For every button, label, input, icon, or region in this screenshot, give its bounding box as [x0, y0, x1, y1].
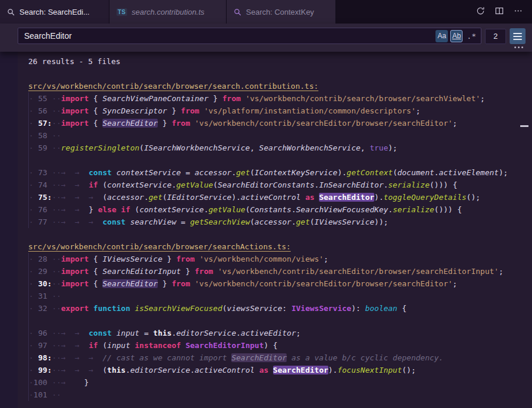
- refresh-button[interactable]: [472, 4, 488, 20]
- code-line[interactable]: · 99:··→ → → (this.editorService.activeC…: [29, 364, 532, 376]
- whitespace-dots: ·: [29, 366, 34, 374]
- whitespace-dots: ··: [52, 143, 61, 152]
- toggle-context-lines-button[interactable]: [510, 28, 526, 44]
- code-line[interactable]: · 74 ··→ → if (contextService.getValue(S…: [29, 179, 532, 191]
- code-line[interactable]: · 75:··→ → → (accessor.get(IEditorServic…: [29, 191, 532, 203]
- search-editor-window: Search: SearchEdi...TSsearch.contributio…: [0, 0, 532, 408]
- whitespace-dots: ·: [29, 304, 34, 313]
- line-number: 30:: [34, 279, 52, 288]
- regex-toggle[interactable]: .*: [465, 30, 478, 42]
- list-lines-icon: [513, 33, 522, 34]
- tab-search-searchedi[interactable]: Search: SearchEdi...: [0, 0, 109, 24]
- whitespace-dots: ·: [29, 267, 34, 276]
- tab-search-contextkey[interactable]: Search: ContextKey: [227, 0, 336, 24]
- code-line[interactable]: ·100 ··→ }: [29, 376, 532, 389]
- whitespace-dots: ··: [52, 193, 61, 202]
- search-match-highlight: SearchEditor: [102, 119, 158, 128]
- whitespace-dots: ·: [29, 143, 34, 152]
- blank-line: [28, 68, 532, 80]
- whitespace-dots: ·: [29, 131, 34, 140]
- whitespace-dots: ·: [29, 255, 34, 263]
- code-line[interactable]: · 28 ··import { IViewsService } from 'vs…: [29, 253, 532, 265]
- line-number: 100: [34, 378, 52, 387]
- code-line[interactable]: · 55 ··import { SearchViewPaneContainer …: [29, 92, 532, 105]
- line-number: 74: [34, 180, 52, 189]
- code-line[interactable]: · 56 ··import { SyncDescriptor } from 'v…: [29, 105, 532, 117]
- tab-label: Search: ContextKey: [246, 8, 314, 16]
- code-line[interactable]: ·101 ··: [29, 389, 532, 401]
- whitespace-dots: ··: [52, 218, 61, 226]
- code-line[interactable]: · 98:··→ → → // cast as we cannot import…: [29, 352, 532, 364]
- whitespace-dots: ·: [29, 341, 34, 350]
- code-line[interactable]: · 97 ··→ → if (input instanceof SearchEd…: [29, 339, 532, 352]
- code-line[interactable]: · 77 ··→ → → const searchView = getSearc…: [29, 216, 532, 228]
- blank-line: [28, 228, 532, 240]
- whitespace-dots: ··: [52, 94, 61, 103]
- file-link[interactable]: src/vs/workbench/contrib/search/browser/…: [28, 82, 318, 91]
- whitespace-dots: ··: [52, 180, 61, 189]
- overview-ruler-marker: [520, 125, 528, 127]
- more-button[interactable]: [510, 4, 526, 20]
- search-icon: [234, 8, 241, 16]
- code-line[interactable]: · 58 ··: [29, 129, 532, 142]
- results-content: 26 results - 5 files src/vs/workbench/co…: [28, 55, 532, 401]
- code-line[interactable]: · 31 ··: [29, 290, 532, 302]
- code-line[interactable]: · 59 ··registerSingleton(ISearchWorkbenc…: [29, 142, 532, 154]
- code-line[interactable]: · 76 ··→ → } else if (contextService.get…: [29, 203, 532, 216]
- whitespace-dots: ·: [29, 168, 34, 177]
- search-match-highlight: SearchEditor: [273, 366, 328, 374]
- match-case-toggle[interactable]: Aa: [435, 30, 448, 42]
- whitespace-dots: ··: [52, 255, 61, 263]
- file-link[interactable]: src/vs/workbench/contrib/search/browser/…: [28, 242, 291, 252]
- line-number: 28: [34, 255, 52, 263]
- line-number: 55: [34, 94, 52, 103]
- whitespace-dots: ·: [29, 353, 34, 362]
- editor-margin: [0, 52, 18, 408]
- whitespace-dots: ·: [29, 106, 34, 115]
- context-lines-input[interactable]: 2: [485, 29, 506, 44]
- whitespace-dots: ··: [52, 292, 61, 300]
- code-line[interactable]: · 30:··import { SearchEditor } from 'vs/…: [29, 277, 532, 290]
- result-block: · 55 ··import { SearchViewPaneContainer …: [28, 92, 532, 228]
- whitespace-dots: ·: [29, 218, 34, 226]
- toggle-search-details-button[interactable]: [514, 44, 523, 50]
- regex-icon: .*: [467, 32, 476, 41]
- search-query-text: SearchEditor: [24, 31, 435, 41]
- whitespace-dots: ·: [29, 119, 34, 128]
- whitespace-dots: ··: [52, 267, 61, 276]
- code-line[interactable]: · 29 ··import { SearchEditorInput } from…: [29, 265, 532, 277]
- whitespace-dots: ·: [29, 193, 34, 202]
- block-separator: [29, 315, 532, 327]
- whitespace-dots: ··: [52, 119, 61, 128]
- whitespace-dots: ·: [29, 292, 34, 300]
- code-line[interactable]: · 73 ··→ → const contextService = access…: [29, 166, 532, 179]
- line-number: 76: [34, 205, 52, 214]
- whitespace-dots: ··: [52, 366, 61, 374]
- tab-label: Search: SearchEdi...: [19, 8, 89, 16]
- line-number: 77: [34, 218, 52, 226]
- whitespace-dots: ·: [29, 329, 34, 337]
- line-number: 75:: [34, 193, 52, 202]
- match-case-icon: Aa: [438, 32, 447, 40]
- code-line[interactable]: · 57:··import { SearchEditor } from 'vs/…: [29, 117, 532, 129]
- line-number: 96: [34, 329, 52, 337]
- results-editor: 26 results - 5 files src/vs/workbench/co…: [0, 52, 532, 408]
- whitespace-dots: ··: [52, 205, 61, 214]
- split-editor-button[interactable]: [491, 4, 507, 20]
- code-line[interactable]: · 32 ··export function isSearchViewFocus…: [29, 302, 532, 315]
- line-number: 101: [34, 390, 52, 399]
- whitespace-dots: ··: [52, 304, 61, 313]
- line-number: 59: [34, 143, 52, 152]
- line-number: 73: [34, 168, 52, 177]
- typescript-icon: TS: [117, 8, 127, 16]
- split-editor-icon: [495, 6, 504, 18]
- whitespace-dots: ·: [29, 378, 34, 387]
- block-separator: [29, 154, 532, 166]
- whole-word-toggle[interactable]: Ab: [450, 30, 463, 42]
- code-line[interactable]: · 96 ··→ → const input = this.editorServ…: [29, 327, 532, 339]
- search-input[interactable]: SearchEditor Aa Ab .*: [18, 28, 481, 44]
- whitespace-dots: ··: [52, 378, 61, 387]
- results-summary: 26 results - 5 files: [28, 55, 532, 68]
- ellipsis-icon: [514, 46, 516, 48]
- tab-search-contribution-ts[interactable]: TSsearch.contribution.ts: [109, 0, 227, 24]
